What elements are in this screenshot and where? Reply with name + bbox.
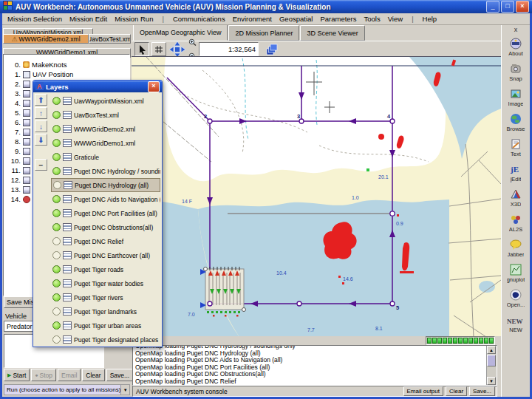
layer-visibility-bulb-icon[interactable] bbox=[52, 195, 61, 203]
layers-title-bar[interactable]: A Layers × bbox=[33, 81, 162, 92]
layer-row[interactable]: Puget Tiger roads bbox=[51, 262, 160, 276]
move-up-button[interactable]: ↑ bbox=[35, 107, 47, 119]
layer-row[interactable]: Puget Tiger urban areas bbox=[51, 318, 160, 332]
layer-palette-icon[interactable] bbox=[63, 223, 72, 231]
layer-visibility-bulb-icon[interactable] bbox=[52, 335, 61, 344]
layer-visibility-bulb-icon[interactable] bbox=[52, 279, 61, 287]
layer-row[interactable]: Puget DNC Relief bbox=[51, 234, 160, 248]
console-scrollbar[interactable]: ▲ ▼ bbox=[486, 346, 497, 385]
tool-about[interactable]: About bbox=[502, 37, 530, 62]
move-down-button[interactable]: ↓ bbox=[35, 120, 47, 132]
layer-palette-icon[interactable] bbox=[63, 167, 72, 175]
menu-mission-edit[interactable]: Mission Edit bbox=[66, 15, 111, 23]
cursor-icon[interactable] bbox=[134, 42, 149, 56]
console-save-button[interactable]: Save... bbox=[469, 386, 495, 396]
remove-layer-button[interactable]: − bbox=[35, 159, 47, 171]
close-button[interactable]: × bbox=[516, 1, 529, 13]
layer-row[interactable]: Puget Tiger water bodies bbox=[51, 276, 160, 290]
layer-visibility-bulb-icon[interactable] bbox=[52, 97, 61, 105]
layer-row[interactable]: WWWGridDemo1.xml bbox=[51, 136, 160, 150]
map-tab-2d-mission-planner[interactable]: 2D Mission Planner bbox=[228, 25, 299, 41]
clear-button[interactable]: Clear bbox=[82, 369, 104, 381]
layer-visibility-bulb-icon[interactable] bbox=[52, 223, 61, 231]
layer-palette-icon[interactable] bbox=[63, 293, 72, 301]
layer-row[interactable]: Puget Tiger designated places bbox=[51, 332, 160, 347]
scroll-down-icon[interactable]: ▼ bbox=[487, 377, 496, 385]
menu-geospatial[interactable]: Geospatial bbox=[276, 15, 316, 23]
layer-row[interactable]: UavBoxTest.xml bbox=[51, 108, 160, 122]
layer-row[interactable]: Puget DNC Hydrology / soundings only bbox=[51, 164, 160, 178]
tool-al2s[interactable]: AL2S bbox=[502, 213, 530, 238]
menu-view[interactable]: View bbox=[384, 15, 406, 23]
menu-help[interactable]: Help bbox=[419, 15, 441, 23]
tool-browse[interactable]: Browse bbox=[502, 112, 530, 137]
save-button[interactable]: Save... bbox=[106, 369, 133, 381]
menu-communications[interactable]: Communications bbox=[169, 15, 229, 23]
layer-visibility-bulb-icon[interactable] bbox=[52, 237, 61, 245]
layer-palette-icon[interactable] bbox=[63, 335, 72, 344]
tree-item[interactable]: 0.MakeKnots bbox=[4, 60, 129, 69]
layer-palette-icon[interactable] bbox=[63, 237, 72, 245]
openmap-canvas[interactable]: 14 F20.11.00.914.610.47.07.78.1 2345 bbox=[132, 56, 501, 337]
layer-palette-icon[interactable] bbox=[63, 265, 72, 273]
layer-palette-icon[interactable] bbox=[63, 111, 72, 119]
layer-visibility-bulb-icon[interactable] bbox=[52, 293, 61, 301]
layer-visibility-bulb-icon[interactable] bbox=[52, 167, 61, 175]
tool-new[interactable]: NEWNEW bbox=[502, 313, 530, 338]
layer-row[interactable]: Puget DNC Aids to Navigation (all) bbox=[51, 192, 160, 206]
close-icon[interactable]: × bbox=[148, 81, 160, 92]
map-tab-3d-scene-viewer[interactable]: 3D Scene Viewer bbox=[300, 25, 364, 41]
grid-icon[interactable] bbox=[151, 42, 166, 56]
layer-visibility-bulb-icon[interactable] bbox=[52, 209, 61, 217]
tool-open[interactable]: Open... bbox=[502, 288, 530, 313]
scale-input[interactable] bbox=[199, 42, 259, 56]
tool-jedit[interactable]: jEjEdit bbox=[502, 163, 530, 188]
email-output-button[interactable]: Email output bbox=[403, 386, 443, 396]
launcher-close-button[interactable]: x bbox=[502, 24, 530, 37]
tool-snap[interactable]: Snap bbox=[502, 62, 530, 87]
menu-mission-selection[interactable]: Mission Selection bbox=[4, 15, 66, 23]
layer-palette-icon[interactable] bbox=[63, 279, 72, 287]
layer-row[interactable]: Puget DNC Earthcover (all) bbox=[51, 248, 160, 262]
console-clear-button[interactable]: Clear bbox=[446, 386, 467, 396]
layers-stack-icon[interactable] bbox=[265, 43, 279, 56]
chevron-down-icon[interactable]: ▼ bbox=[120, 385, 129, 395]
map-tab-openmap-geographic-view[interactable]: OpenMap Geographic View bbox=[133, 24, 228, 41]
layer-visibility-bulb-icon[interactable] bbox=[53, 181, 61, 189]
layer-palette-icon[interactable] bbox=[63, 209, 72, 217]
menu-mission-run[interactable]: Mission Run bbox=[111, 15, 157, 23]
layer-palette-icon[interactable] bbox=[63, 321, 72, 330]
layer-visibility-bulb-icon[interactable] bbox=[52, 153, 61, 161]
layer-row[interactable]: Puget Tiger rivers bbox=[51, 290, 160, 304]
layer-visibility-bulb-icon[interactable] bbox=[52, 251, 61, 259]
layer-visibility-bulb-icon[interactable] bbox=[52, 139, 61, 147]
layer-row[interactable]: UavWaypointMission.xml bbox=[51, 94, 160, 108]
menu-tools[interactable]: Tools bbox=[361, 15, 384, 23]
tool-x3d[interactable]: X3D bbox=[502, 188, 530, 213]
tree-item[interactable]: 1.UAV Position bbox=[4, 69, 129, 79]
minimize-button[interactable]: _ bbox=[486, 1, 499, 13]
layer-palette-icon[interactable] bbox=[63, 97, 72, 105]
tool-image[interactable]: Image bbox=[502, 87, 530, 112]
pan-rosette-icon[interactable] bbox=[168, 42, 186, 57]
tab-wwwgriddemo2[interactable]: ⚠ WWWGridDemo2.xml bbox=[3, 34, 89, 44]
tab-uavboxtest[interactable]: UavBoxTest.xml bbox=[89, 34, 131, 44]
layer-visibility-bulb-icon[interactable] bbox=[52, 265, 61, 273]
layer-palette-icon[interactable] bbox=[63, 139, 72, 147]
layer-palette-icon[interactable] bbox=[63, 251, 72, 259]
layer-palette-icon[interactable] bbox=[63, 125, 72, 133]
layer-row[interactable]: WWWGridDemo2.xml bbox=[51, 122, 160, 136]
layer-palette-icon[interactable] bbox=[63, 307, 72, 316]
scroll-up-icon[interactable]: ▲ bbox=[487, 346, 496, 354]
scroll-thumb[interactable] bbox=[487, 355, 496, 366]
layer-row[interactable]: Graticule bbox=[51, 150, 160, 164]
tool-jabber[interactable]: Jabber bbox=[502, 238, 530, 263]
layer-visibility-bulb-icon[interactable] bbox=[52, 125, 61, 133]
tool-gnuplot[interactable]: gnuplot bbox=[502, 263, 530, 288]
layer-row[interactable]: Puget DNC Obstructions(all) bbox=[51, 220, 160, 234]
start-button[interactable]: ▶Start bbox=[4, 369, 30, 381]
zoom-in-icon[interactable] bbox=[188, 35, 197, 49]
layer-palette-icon[interactable] bbox=[63, 153, 72, 161]
maximize-button[interactable]: □ bbox=[501, 1, 514, 13]
layer-visibility-bulb-icon[interactable] bbox=[52, 111, 61, 119]
